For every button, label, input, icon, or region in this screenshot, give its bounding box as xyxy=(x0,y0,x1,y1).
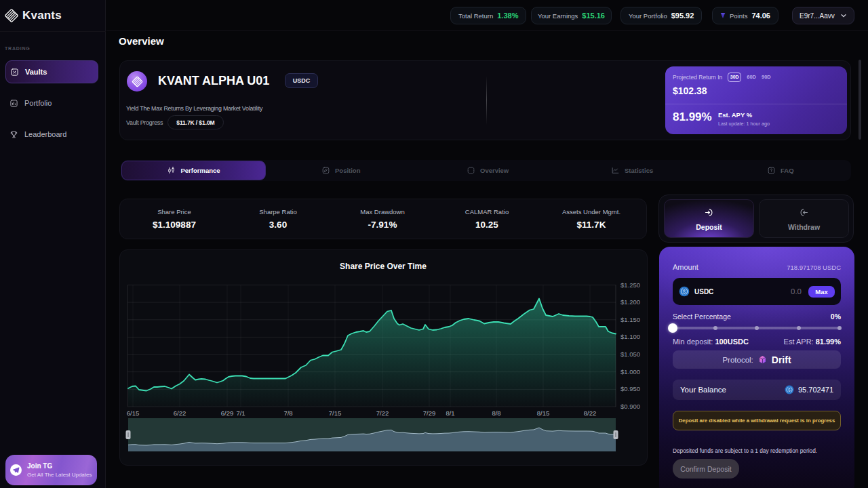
svg-text:$1.150: $1.150 xyxy=(620,316,640,323)
svg-text:7/8: 7/8 xyxy=(283,409,292,417)
svg-text:$0.900: $0.900 xyxy=(620,403,640,410)
svg-text:$0.950: $0.950 xyxy=(620,385,640,392)
svg-text:$1.000: $1.000 xyxy=(620,368,640,375)
svg-text:7/22: 7/22 xyxy=(376,409,389,417)
svg-text:$1.100: $1.100 xyxy=(620,333,640,340)
svg-text:6/29: 6/29 xyxy=(221,409,234,417)
svg-text:8/15: 8/15 xyxy=(537,409,550,417)
svg-text:7/29: 7/29 xyxy=(423,409,436,417)
svg-text:7/1: 7/1 xyxy=(236,409,245,417)
svg-text:6/15: 6/15 xyxy=(127,409,140,417)
svg-text:$1.250: $1.250 xyxy=(620,281,640,289)
svg-text:Share Price Over Time: Share Price Over Time xyxy=(340,262,427,271)
svg-text:6/22: 6/22 xyxy=(174,409,186,417)
svg-text:8/1: 8/1 xyxy=(446,409,454,417)
svg-text:$1.200: $1.200 xyxy=(620,298,640,306)
svg-text:8/8: 8/8 xyxy=(492,409,500,417)
svg-text:7/15: 7/15 xyxy=(329,409,342,417)
svg-text:$1.050: $1.050 xyxy=(620,350,640,358)
svg-text:8/22: 8/22 xyxy=(584,409,597,417)
